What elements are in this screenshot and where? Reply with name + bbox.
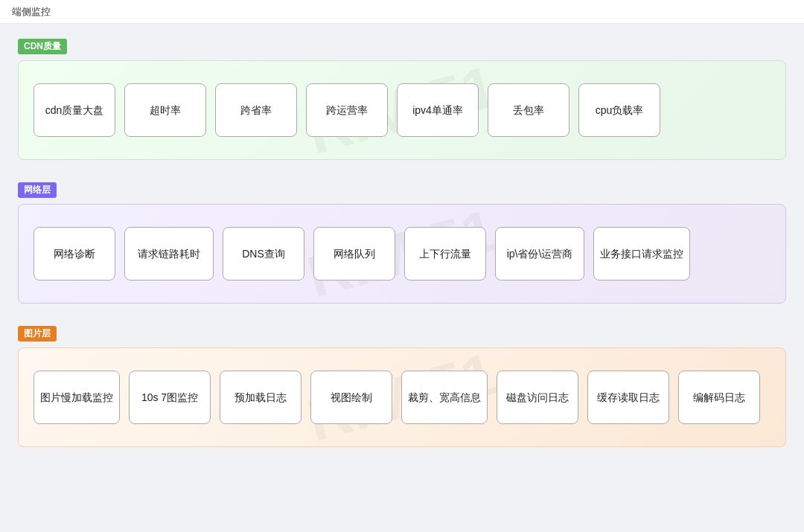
network-item-updown-traffic[interactable]: 上下行流量 — [404, 227, 486, 281]
network-items-row: 网络诊断 请求链路耗时 DNS查询 网络队列 上下行流量 ip\省份\运营商 业… — [34, 227, 770, 281]
cdn-items-row: cdn质量大盘 超时率 跨省率 跨运营率 ipv4单通率 丢包率 cpu负载率 — [34, 83, 770, 137]
image-item-disk-access[interactable]: 磁盘访问日志 — [497, 371, 578, 424]
network-item-net-queue[interactable]: 网络队列 — [313, 227, 395, 281]
cdn-item-cdn-quality[interactable]: cdn质量大盘 — [34, 83, 115, 137]
network-item-dns-query[interactable]: DNS查询 — [223, 227, 304, 281]
image-container: 图片慢加载监控 10s 7图监控 预加载日志 视图绘制 裁剪、宽高信息 磁盘访问… — [18, 347, 786, 447]
cdn-item-cross-operator[interactable]: 跨运营率 — [306, 83, 388, 137]
network-item-service-api[interactable]: 业务接口请求监控 — [593, 227, 690, 281]
cdn-container: cdn质量大盘 超时率 跨省率 跨运营率 ipv4单通率 丢包率 cpu负载率 — [18, 60, 786, 160]
image-item-cache-read[interactable]: 缓存读取日志 — [587, 371, 669, 424]
image-item-preload-log[interactable]: 预加载日志 — [220, 371, 302, 424]
cdn-item-cpu-load[interactable]: cpu负载率 — [578, 83, 660, 137]
page-wrapper: 端侧监控 CDN质量 cdn质量大盘 超时率 跨省率 跨运营率 ipv4单通率 … — [0, 0, 804, 532]
cdn-item-cross-province[interactable]: 跨省率 — [215, 83, 297, 137]
network-section: 网络层 网络诊断 请求链路耗时 DNS查询 网络队列 上下行流量 ip\省份\运… — [18, 182, 786, 304]
top-bar: 端侧监控 — [0, 0, 804, 24]
cdn-section-label: CDN质量 — [18, 39, 67, 54]
network-item-ip-province[interactable]: ip\省份\运营商 — [495, 227, 584, 281]
page-title: 端侧监控 — [12, 5, 51, 19]
content-area: CDN质量 cdn质量大盘 超时率 跨省率 跨运营率 ipv4单通率 丢包率 c… — [0, 24, 804, 484]
cdn-item-timeout-rate[interactable]: 超时率 — [124, 83, 206, 137]
image-section: 图片层 图片慢加载监控 10s 7图监控 预加载日志 视图绘制 裁剪、宽高信息 … — [18, 326, 786, 447]
image-item-slow-load[interactable]: 图片慢加载监控 — [34, 371, 120, 424]
cdn-item-ipv4-single[interactable]: ipv4单通率 — [397, 83, 479, 137]
network-item-req-chain[interactable]: 请求链路耗时 — [124, 227, 214, 281]
image-item-decode-log[interactable]: 编解码日志 — [678, 371, 760, 424]
image-item-preload-7s[interactable]: 10s 7图监控 — [129, 371, 211, 424]
image-item-view-render[interactable]: 视图绘制 — [310, 371, 392, 424]
network-item-net-diag[interactable]: 网络诊断 — [34, 227, 115, 281]
network-section-label: 网络层 — [18, 182, 57, 198]
image-section-label: 图片层 — [18, 326, 57, 342]
network-container: 网络诊断 请求链路耗时 DNS查询 网络队列 上下行流量 ip\省份\运营商 业… — [18, 204, 786, 304]
image-item-crop-size[interactable]: 裁剪、宽高信息 — [401, 371, 488, 424]
cdn-item-packet-loss[interactable]: 丢包率 — [488, 83, 570, 137]
image-items-row: 图片慢加载监控 10s 7图监控 预加载日志 视图绘制 裁剪、宽高信息 磁盘访问… — [34, 371, 770, 424]
cdn-section: CDN质量 cdn质量大盘 超时率 跨省率 跨运营率 ipv4单通率 丢包率 c… — [18, 39, 786, 160]
